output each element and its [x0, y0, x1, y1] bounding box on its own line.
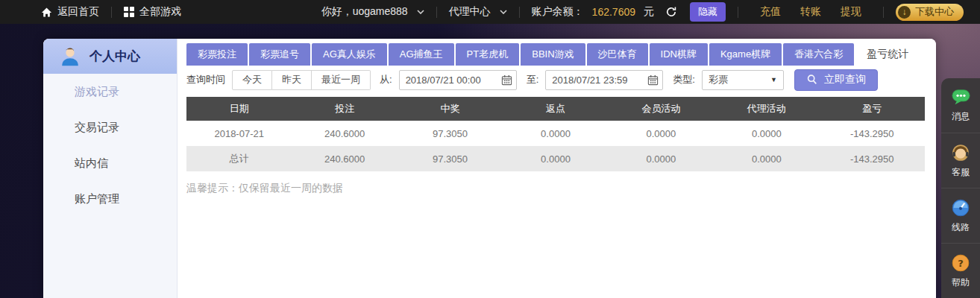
divider [111, 7, 112, 18]
top-bar: 返回首页 全部游戏 你好，uogame888 代理中心 账户余额： 162.76… [0, 0, 980, 24]
cell-member-activity: 0.0000 [609, 121, 714, 146]
to-date-input[interactable] [545, 70, 663, 90]
avatar [59, 45, 81, 68]
chevron-down-icon [500, 10, 507, 14]
col-rebate: 返点 [503, 97, 608, 121]
tab-pt-slots[interactable]: PT老虎机 [456, 43, 520, 66]
sidebar-item-account-management[interactable]: 账户管理 [43, 181, 177, 217]
tab-ag-fishing[interactable]: AG捕鱼王 [389, 43, 454, 66]
sidebar-title: 个人中心 [89, 48, 140, 65]
rail-item-lines[interactable]: 线路 [941, 188, 980, 244]
col-profit-loss: 盈亏 [820, 97, 925, 121]
retention-note: 温馨提示：仅保留最近一周的数据 [186, 182, 925, 195]
sidebar-item-transaction-records[interactable]: 交易记录 [43, 110, 177, 145]
withdraw-link[interactable]: 提现 [841, 5, 861, 19]
col-member-activity: 会员活动 [609, 97, 714, 121]
sidebar-item-game-records[interactable]: 游戏记录 [43, 74, 177, 110]
tab-hk-marksix[interactable]: 香港六合彩 [783, 43, 854, 66]
cell-rebate: 0.0000 [503, 146, 608, 171]
type-select[interactable]: 彩票 ▼ [702, 70, 784, 90]
divider [436, 7, 437, 18]
sidebar-header: 个人中心 [43, 39, 177, 74]
cell-profit-loss: -143.2950 [820, 146, 925, 171]
balance-label: 账户余额： [532, 5, 584, 19]
range-yesterday-button[interactable]: 昨天 [272, 70, 312, 90]
recharge-link[interactable]: 充值 [760, 5, 781, 19]
all-games-link[interactable]: 全部游戏 [124, 5, 181, 19]
cell-win: 97.3050 [398, 121, 503, 146]
hide-balance-button[interactable]: 隐藏 [690, 2, 726, 22]
help-icon: ? [951, 253, 970, 273]
cell-profit-loss: -143.2950 [820, 121, 925, 146]
profit-loss-table: 日期 投注 中奖 返点 会员活动 代理活动 盈亏 2018-07-21 240.… [186, 97, 925, 171]
from-date-input[interactable] [399, 70, 517, 90]
gauge-icon [951, 198, 970, 218]
query-time-label: 查询时间 [186, 73, 225, 86]
cell-agent-activity: 0.0000 [714, 121, 819, 146]
balance-group: 账户余额： 162.7609 元 隐藏 [532, 2, 726, 22]
query-now-button[interactable]: 立即查询 [794, 69, 878, 91]
content-card: 个人中心 游戏记录 交易记录 站内信 账户管理 彩票投注 彩票追号 AG真人娱乐… [43, 39, 936, 298]
customer-service-icon [951, 143, 970, 162]
divider [738, 7, 738, 18]
range-last-week-button[interactable]: 最近一周 [312, 70, 371, 90]
home-link[interactable]: 返回首页 [41, 5, 99, 19]
sidebar-item-site-messages[interactable]: 站内信 [43, 145, 177, 181]
tab-ag-live[interactable]: AG真人娱乐 [312, 43, 387, 66]
calendar-icon[interactable] [647, 74, 659, 86]
tab-idn-poker[interactable]: IDN棋牌 [650, 43, 708, 66]
rail-item-customer-service[interactable]: 客服 [941, 133, 980, 188]
table-total-row: 总计 240.6000 97.3050 0.0000 0.0000 0.0000… [186, 146, 925, 171]
search-icon [806, 74, 818, 86]
rail-label: 帮助 [952, 276, 970, 289]
right-rail: 消息 客服 线路 ? [941, 78, 980, 298]
from-label: 从: [380, 73, 392, 86]
balance-unit: 元 [644, 5, 654, 19]
rail-item-messages[interactable]: 消息 [941, 78, 980, 133]
calendar-icon[interactable] [501, 74, 512, 86]
rail-item-help[interactable]: ? 帮助 [941, 244, 980, 298]
tab-saba-sports[interactable]: 沙巴体育 [587, 43, 648, 66]
cell-win: 97.3050 [398, 146, 503, 171]
cell-rebate: 0.0000 [503, 121, 608, 146]
type-select-value: 彩票 [709, 73, 728, 86]
range-today-button[interactable]: 今天 [232, 70, 272, 90]
greeting-label: 你好，uogame888 [321, 5, 408, 19]
query-now-label: 立即查询 [824, 73, 866, 86]
sidebar: 个人中心 游戏记录 交易记录 站内信 账户管理 [43, 39, 178, 298]
home-icon [41, 7, 52, 18]
home-label: 返回首页 [57, 5, 99, 19]
tab-profit-loss-stats[interactable]: 盈亏统计 [855, 43, 920, 66]
divider [519, 7, 520, 18]
col-win: 中奖 [398, 97, 503, 121]
from-date-wrap [399, 70, 517, 90]
col-agent-activity: 代理活动 [714, 97, 819, 121]
transfer-link[interactable]: 转账 [800, 5, 821, 19]
download-icon: ↓ [898, 6, 911, 19]
tab-bbin[interactable]: BBIN游戏 [521, 43, 585, 66]
select-arrow-icon: ▼ [770, 76, 777, 83]
cell-date: 2018-07-21 [186, 121, 292, 146]
user-menu[interactable]: 你好，uogame888 [321, 5, 424, 19]
all-games-label: 全部游戏 [139, 5, 181, 19]
to-label: 至: [527, 73, 539, 86]
main-panel: 彩票投注 彩票追号 AG真人娱乐 AG捕鱼王 PT老虎机 BBIN游戏 沙巴体育… [178, 39, 936, 298]
agent-center-menu[interactable]: 代理中心 [449, 5, 507, 19]
cell-bet: 240.6000 [292, 121, 397, 146]
tab-bar: 彩票投注 彩票追号 AG真人娱乐 AG捕鱼王 PT老虎机 BBIN游戏 沙巴体育… [186, 43, 925, 66]
rail-label: 消息 [952, 110, 970, 123]
tab-lottery-bet[interactable]: 彩票投注 [186, 43, 248, 66]
tab-kgame-poker[interactable]: Kgame棋牌 [709, 43, 782, 66]
cell-agent-activity: 0.0000 [714, 146, 819, 171]
cell-bet: 240.6000 [292, 146, 397, 171]
tab-lottery-chase[interactable]: 彩票追号 [249, 43, 310, 66]
download-center-button[interactable]: ↓ 下载中心 [896, 4, 964, 21]
rail-label: 线路 [952, 221, 970, 234]
svg-text:?: ? [958, 257, 964, 268]
agent-center-label: 代理中心 [449, 5, 491, 19]
refresh-icon[interactable] [665, 6, 677, 18]
cell-total-label: 总计 [186, 146, 292, 171]
rail-label: 客服 [952, 166, 970, 179]
chat-icon [951, 89, 971, 107]
col-bet: 投注 [292, 97, 397, 121]
